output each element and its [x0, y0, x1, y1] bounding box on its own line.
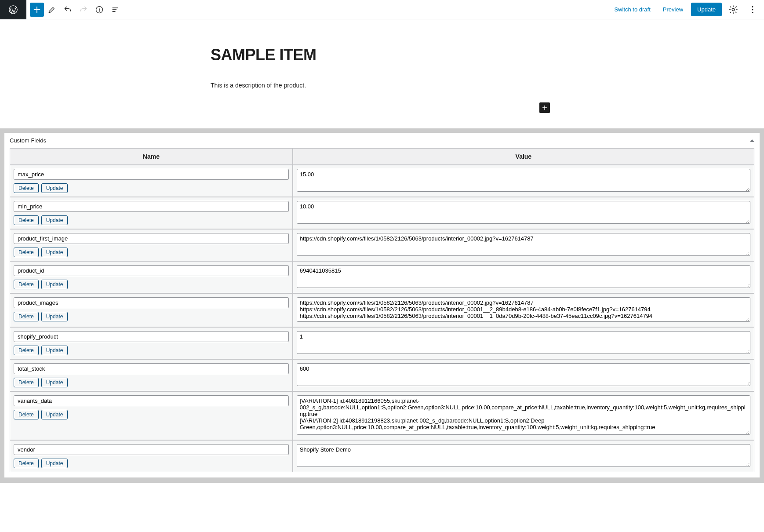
custom-field-name-input[interactable]	[14, 233, 289, 244]
custom-field-value-cell	[293, 165, 754, 197]
custom-field-value-cell	[293, 327, 754, 359]
switch-to-draft-button[interactable]: Switch to draft	[610, 4, 655, 15]
update-button[interactable]: Update	[41, 312, 68, 321]
custom-field-name-cell: DeleteUpdate	[10, 359, 293, 391]
custom-field-name-cell: DeleteUpdate	[10, 197, 293, 229]
custom-field-row: DeleteUpdate	[10, 261, 754, 293]
more-options-button[interactable]	[745, 2, 760, 18]
custom-field-value-cell	[293, 229, 754, 261]
custom-field-name-input[interactable]	[14, 297, 289, 308]
custom-field-name-cell: DeleteUpdate	[10, 229, 293, 261]
custom-field-name-input[interactable]	[14, 331, 289, 342]
redo-icon	[79, 5, 88, 14]
custom-field-row: DeleteUpdate	[10, 165, 754, 197]
row-actions: DeleteUpdate	[14, 183, 289, 193]
row-actions: DeleteUpdate	[14, 459, 289, 468]
redo-button	[76, 2, 91, 18]
delete-button[interactable]: Delete	[14, 410, 39, 419]
column-header-name: Name	[10, 148, 293, 165]
undo-button[interactable]	[60, 2, 76, 18]
custom-field-name-input[interactable]	[14, 201, 289, 212]
row-actions: DeleteUpdate	[14, 215, 289, 225]
custom-field-name-cell: DeleteUpdate	[10, 261, 293, 293]
custom-fields-panel-title: Custom Fields	[10, 137, 46, 144]
preview-button[interactable]: Preview	[658, 4, 688, 15]
custom-field-value-textarea[interactable]	[297, 201, 750, 224]
custom-field-name-cell: DeleteUpdate	[10, 440, 293, 472]
delete-button[interactable]: Delete	[14, 346, 39, 355]
custom-fields-panel: Custom Fields Name Value DeleteUpdateDel…	[4, 133, 760, 477]
delete-button[interactable]: Delete	[14, 459, 39, 468]
custom-fields-panel-body: Name Value DeleteUpdateDeleteUpdateDelet…	[4, 148, 760, 477]
custom-field-value-textarea[interactable]	[297, 265, 750, 288]
update-button[interactable]: Update	[41, 410, 68, 419]
custom-field-name-cell: DeleteUpdate	[10, 327, 293, 359]
row-actions: DeleteUpdate	[14, 346, 289, 355]
details-button[interactable]	[91, 2, 107, 18]
delete-button[interactable]: Delete	[14, 378, 39, 387]
custom-fields-table: Name Value DeleteUpdateDeleteUpdateDelet…	[10, 148, 754, 472]
custom-field-value-textarea[interactable]	[297, 444, 750, 467]
svg-point-4	[752, 6, 753, 7]
custom-field-row: DeleteUpdate	[10, 391, 754, 440]
custom-field-row: DeleteUpdate	[10, 327, 754, 359]
undo-icon	[63, 5, 72, 14]
svg-point-5	[752, 9, 753, 10]
custom-field-name-input[interactable]	[14, 169, 289, 180]
custom-field-row: DeleteUpdate	[10, 440, 754, 472]
wordpress-logo[interactable]	[0, 0, 26, 19]
custom-field-name-input[interactable]	[14, 444, 289, 455]
custom-field-value-textarea[interactable]	[297, 395, 750, 435]
svg-point-3	[732, 8, 735, 11]
custom-field-value-textarea[interactable]	[297, 233, 750, 256]
wordpress-icon	[8, 5, 18, 15]
inline-add-block-button[interactable]	[539, 102, 550, 113]
custom-field-name-input[interactable]	[14, 265, 289, 276]
gear-icon	[728, 5, 738, 15]
post-title[interactable]: SAMPLE ITEM	[211, 46, 553, 64]
update-button[interactable]: Update	[41, 346, 68, 355]
plus-icon	[541, 104, 549, 112]
add-block-button[interactable]	[30, 3, 44, 17]
custom-field-value-textarea[interactable]	[297, 297, 750, 322]
row-actions: DeleteUpdate	[14, 378, 289, 387]
update-button[interactable]: Update	[41, 183, 68, 193]
list-view-icon	[111, 5, 120, 14]
settings-button[interactable]	[725, 2, 741, 18]
custom-fields-panel-header[interactable]: Custom Fields	[4, 133, 760, 148]
custom-field-name-cell: DeleteUpdate	[10, 165, 293, 197]
update-button[interactable]: Update	[41, 215, 68, 225]
editor-toolbar: Switch to draft Preview Update	[0, 0, 764, 19]
update-button[interactable]: Update	[41, 280, 68, 289]
row-actions: DeleteUpdate	[14, 410, 289, 419]
custom-field-value-cell	[293, 440, 754, 472]
delete-button[interactable]: Delete	[14, 312, 39, 321]
post-description[interactable]: This is a description of the product.	[211, 82, 553, 89]
delete-button[interactable]: Delete	[14, 215, 39, 225]
update-button[interactable]: Update	[41, 378, 68, 387]
custom-field-name-cell: DeleteUpdate	[10, 391, 293, 440]
edit-mode-button[interactable]	[44, 2, 60, 18]
custom-field-name-input[interactable]	[14, 363, 289, 374]
plus-icon	[32, 5, 42, 15]
update-button[interactable]: Update	[691, 3, 722, 16]
custom-field-name-input[interactable]	[14, 395, 289, 406]
update-button[interactable]: Update	[41, 248, 68, 257]
row-actions: DeleteUpdate	[14, 312, 289, 321]
update-button[interactable]: Update	[41, 459, 68, 468]
custom-field-value-cell	[293, 293, 754, 327]
delete-button[interactable]: Delete	[14, 248, 39, 257]
custom-field-value-textarea[interactable]	[297, 331, 750, 354]
svg-point-6	[752, 11, 753, 13]
custom-field-value-cell	[293, 391, 754, 440]
custom-fields-section: Custom Fields Name Value DeleteUpdateDel…	[0, 128, 764, 483]
custom-field-row: DeleteUpdate	[10, 229, 754, 261]
info-icon	[95, 5, 104, 14]
outline-button[interactable]	[107, 2, 123, 18]
custom-field-value-textarea[interactable]	[297, 363, 750, 386]
toolbar-right: Switch to draft Preview Update	[610, 2, 764, 18]
custom-field-row: DeleteUpdate	[10, 197, 754, 229]
delete-button[interactable]: Delete	[14, 280, 39, 289]
custom-field-value-textarea[interactable]	[297, 169, 750, 192]
delete-button[interactable]: Delete	[14, 183, 39, 193]
